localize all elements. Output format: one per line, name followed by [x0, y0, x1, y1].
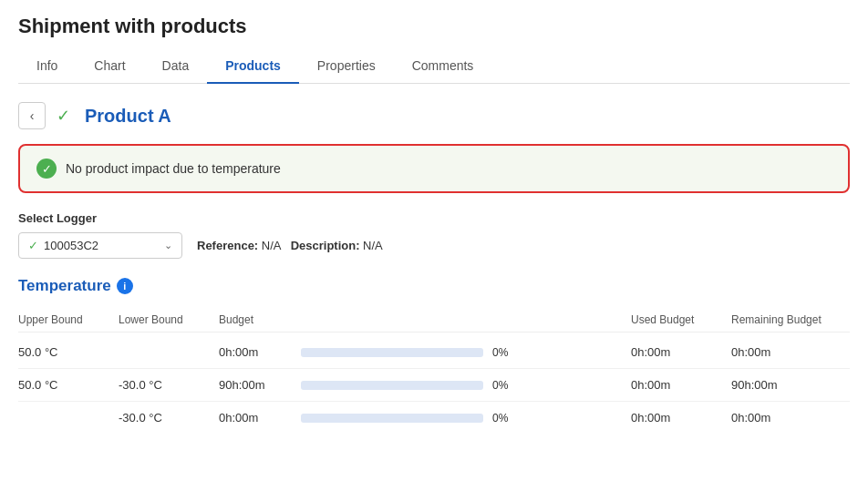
upper-bound-value: 50.0 °C	[18, 378, 119, 392]
product-check-icon: ✓	[57, 106, 70, 126]
tab-products[interactable]: Products	[207, 49, 299, 84]
logger-selected-value: 100053C2	[44, 239, 159, 252]
description-label: Description:	[291, 239, 360, 252]
reference-label: Reference:	[197, 239, 258, 252]
col-budget: Budget	[219, 313, 301, 326]
progress-bar	[301, 381, 483, 390]
col-progress-spacer	[301, 313, 631, 326]
section-title: Temperature i	[18, 277, 850, 295]
tab-chart[interactable]: Chart	[76, 49, 143, 84]
page-title: Shipment with products	[18, 15, 850, 38]
progress-bar	[301, 348, 483, 357]
table-row: -30.0 °C 0h:00m 0% 0h:00m 0h:00m	[18, 402, 850, 434]
lower-bound-value: -30.0 °C	[119, 411, 219, 425]
temperature-info-icon[interactable]: i	[117, 278, 133, 294]
col-upper-bound: Upper Bound	[18, 313, 119, 326]
progress-label: 0%	[492, 412, 514, 425]
tab-comments[interactable]: Comments	[394, 49, 492, 84]
progress-cell: 0%	[301, 412, 631, 425]
progress-cell: 0%	[301, 379, 631, 392]
lower-bound-value: -30.0 °C	[119, 378, 219, 392]
table-row: 50.0 °C 0h:00m 0% 0h:00m 0h:00m	[18, 336, 850, 369]
logger-dropdown[interactable]: ✓ 100053C2 ⌄	[18, 232, 182, 259]
progress-cell: 0%	[301, 346, 631, 359]
product-name: Product A	[85, 106, 171, 127]
dropdown-arrow-icon: ⌄	[164, 240, 172, 251]
alert-text: No product impact due to temperature	[66, 161, 281, 176]
logger-check-icon: ✓	[28, 239, 38, 252]
progress-label: 0%	[492, 346, 514, 359]
reference-value: N/A	[262, 239, 281, 252]
tab-info[interactable]: Info	[18, 49, 76, 84]
tab-bar: Info Chart Data Products Properties Comm…	[18, 49, 850, 84]
budget-value: 90h:00m	[219, 378, 301, 392]
remaining-budget-value: 0h:00m	[731, 411, 850, 425]
tab-properties[interactable]: Properties	[299, 49, 394, 84]
used-budget-value: 0h:00m	[631, 345, 731, 359]
upper-bound-value: 50.0 °C	[18, 345, 119, 359]
tab-data[interactable]: Data	[144, 49, 208, 84]
select-logger-label: Select Logger	[18, 211, 850, 225]
logger-meta: Reference: N/A Description: N/A	[197, 239, 383, 252]
back-button[interactable]: ‹	[18, 102, 46, 129]
temperature-title: Temperature	[18, 277, 111, 295]
table-row: 50.0 °C -30.0 °C 90h:00m 0% 0h:00m 90h:0…	[18, 369, 850, 402]
product-header: ‹ ✓ Product A	[18, 102, 850, 129]
col-used-budget: Used Budget	[631, 313, 731, 326]
temperature-table: Upper Bound Lower Bound Budget Used Budg…	[18, 308, 850, 434]
remaining-budget-value: 0h:00m	[731, 345, 850, 359]
description-value: N/A	[363, 239, 383, 252]
col-lower-bound: Lower Bound	[119, 313, 219, 326]
progress-label: 0%	[492, 379, 514, 392]
alert-check-icon: ✓	[36, 159, 57, 179]
remaining-budget-value: 90h:00m	[731, 378, 850, 392]
select-logger-section: Select Logger ✓ 100053C2 ⌄ Reference: N/…	[18, 211, 850, 259]
budget-value: 0h:00m	[219, 345, 301, 359]
logger-row: ✓ 100053C2 ⌄ Reference: N/A Description:…	[18, 232, 850, 259]
used-budget-value: 0h:00m	[631, 378, 731, 392]
table-header: Upper Bound Lower Bound Budget Used Budg…	[18, 308, 850, 333]
used-budget-value: 0h:00m	[631, 411, 731, 425]
back-icon: ‹	[30, 108, 35, 123]
alert-box: ✓ No product impact due to temperature	[18, 144, 850, 193]
col-remaining-budget: Remaining Budget	[731, 313, 850, 326]
budget-value: 0h:00m	[219, 411, 301, 425]
progress-bar	[301, 414, 483, 423]
temperature-section: Temperature i Upper Bound Lower Bound Bu…	[18, 277, 850, 434]
